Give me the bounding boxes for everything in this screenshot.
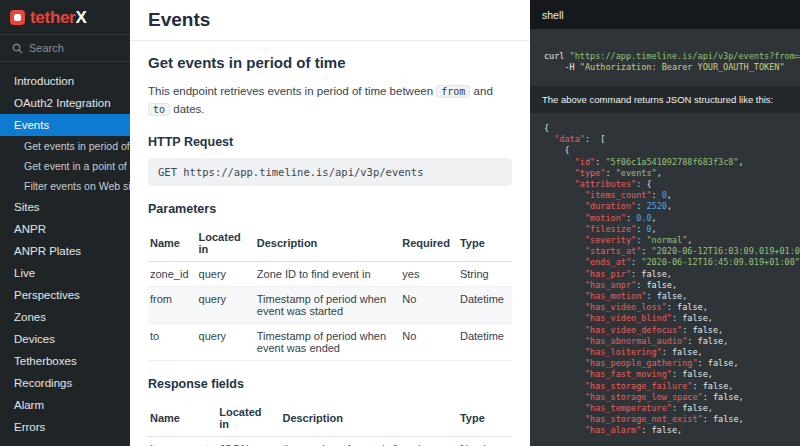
code-panel: shell curl "https://app.timeline.is/api/… [530,0,800,446]
table-row: fromqueryTimestamp of period when event … [148,286,512,323]
http-request-heading: HTTP Request [148,135,512,149]
code-line: "motion": 0.0, [544,213,786,224]
code-line: "severity": "normal", [544,235,786,246]
inline-code: to [148,103,170,116]
table-cell: Datetime [458,286,512,323]
code-line: "has_storage_not_exist": false, [544,414,786,425]
column-header: Type [458,400,512,437]
table-cell: Datetime [458,323,512,360]
parameters-heading: Parameters [148,202,512,216]
code-line: "has_fast_moving": false, [544,369,786,380]
sidebar-item[interactable]: Tetherboxes [0,350,130,372]
sidebar-item[interactable]: OAuth2 Integration [0,92,130,114]
page-title: Events [148,9,512,31]
code-line: curl "https://app.timeline.is/api/v3p/ev… [544,51,786,62]
code-line: "has_video_loss": false, [544,302,786,313]
sidebar-item[interactable]: Events [0,114,130,136]
sidebar: tetherX IntroductionOAuth2 IntegrationEv… [0,0,130,446]
column-header: Required [400,225,458,262]
sidebar-subitem[interactable]: Get event in a point of time [0,156,130,176]
sidebar-item[interactable]: Perspectives [0,284,130,306]
column-header: Name [148,225,197,262]
column-header: Type [458,225,512,262]
code-line: "data": [ [544,134,786,145]
intro-paragraph: This endpoint retrieves events in period… [148,83,512,119]
code-line: "has_storage_failure": false, [544,381,786,392]
page-header: Events [130,0,530,41]
language-bar: shell [530,0,800,29]
column-header: Description [280,400,458,437]
sidebar-item[interactable]: Errors [0,416,130,438]
table-cell: JSON [217,436,280,446]
sidebar-subitem[interactable]: Get events in period of time [0,136,130,156]
code-line: "duration": 2520, [544,201,786,212]
search-input[interactable] [29,42,114,54]
main-content: Events Get events in period of time This… [130,0,530,446]
column-header: Located in [217,400,280,437]
sidebar-subitem[interactable]: Filter events on Web site [0,176,130,196]
column-header: Name [148,400,217,437]
code-line: "has_temperature": false, [544,403,786,414]
table-cell: yes [400,261,458,286]
sidebar-item[interactable]: ANPR [0,218,130,240]
sidebar-item[interactable]: Live [0,262,130,284]
table-cell: No [400,286,458,323]
table-row: zone_idqueryZone ID to find event inyesS… [148,261,512,286]
section-title: Get events in period of time [148,54,512,71]
table-cell: the number of records found [280,436,458,446]
table-cell: Timestamp of period when event was start… [255,286,400,323]
code-line: "has_video_blind": false, [544,313,786,324]
response-fields-heading: Response fields [148,377,512,391]
code-line: "type": "events", [544,168,786,179]
code-line: "filesize": 0, [544,224,786,235]
code-line: -H "Authorization: Bearer YOUR_OAUTH_TOK… [544,62,786,73]
http-request-code: GET https://app.timeline.is/api/v3p/even… [148,158,512,186]
json-code: { "data": [ { "id": "5f06c1a541092788f68… [530,113,800,446]
table-cell: Number [458,436,512,446]
content-body: Get events in period of time This endpoi… [130,41,530,446]
code-line: "has_storage_low_space": false, [544,392,786,403]
sidebar-item[interactable]: Sites [0,196,130,218]
curl-code: curl "https://app.timeline.is/api/v3p/ev… [530,29,800,73]
code-line: "has_pir": false, [544,269,786,280]
table-cell: zone_id [148,261,197,286]
search-icon [12,43,23,54]
table-cell: query [197,286,255,323]
table-cell: query [197,261,255,286]
search-box [0,34,130,62]
table-cell: items_count [148,436,217,446]
table-row: items_countJSONthe number of records fou… [148,436,512,446]
table-cell: String [458,261,512,286]
sidebar-nav: IntroductionOAuth2 IntegrationEventsGet … [0,62,130,438]
code-line: "has_anpr": false, [544,280,786,291]
code-line: "has_people_gathering": false, [544,358,786,369]
logo-brand: tether [30,8,75,27]
column-header: Located in [197,225,255,262]
code-line: "id": "5f06c1a541092788f683f3c8", [544,157,786,168]
code-line: { [544,123,786,134]
sidebar-item[interactable]: ANPR Plates [0,240,130,262]
logo-icon [10,10,25,25]
code-line: "has_motion": false, [544,291,786,302]
logo[interactable]: tetherX [0,0,130,34]
sidebar-item[interactable]: Recordings [0,372,130,394]
code-line: "attributes": { [544,179,786,190]
logo-brand-x: X [75,8,86,27]
code-line: "has_abnormal_audio": false, [544,336,786,347]
code-line: "has_video_defocus": false, [544,325,786,336]
logo-text: tetherX [30,9,86,26]
sidebar-item[interactable]: Alarm [0,394,130,416]
code-line: "items_count": 0, [544,190,786,201]
lang-tab-shell[interactable]: shell [542,9,564,21]
code-line: "ends_at": "2020-06-12T16:45:09.019+01:0… [544,257,786,268]
response-table: NameLocated inDescriptionTypeitems_count… [148,400,512,446]
parameters-table: NameLocated inDescriptionRequiredTypezon… [148,225,512,361]
code-line: "has_loitering": false, [544,347,786,358]
code-line: "starts_at": "2020-06-12T16:03:09.019+01… [544,246,786,257]
sidebar-item[interactable]: Devices [0,328,130,350]
sidebar-item[interactable]: Introduction [0,70,130,92]
sidebar-item[interactable]: Zones [0,306,130,328]
table-cell: No [400,323,458,360]
table-cell: from [148,286,197,323]
column-header: Description [255,225,400,262]
